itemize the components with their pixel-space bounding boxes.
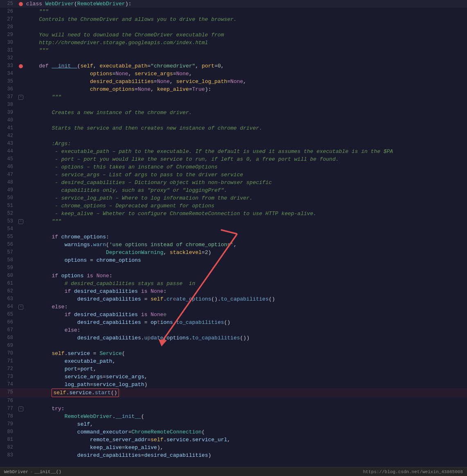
code-line-62: 62 if desired_capabilities is None:: [0, 287, 467, 295]
code-line-56: 56 warnings.warn('use options instead of…: [0, 241, 467, 249]
code-line-42: 42: [0, 132, 467, 140]
status-bar: WebDriver › __init__() https://blog.csdn…: [0, 467, 467, 476]
code-line-43: 43 :Args:: [0, 140, 467, 148]
code-line-51: 51 - chrome_options – Deprecated argumen…: [0, 202, 467, 210]
code-line-71: 71 executable_path,: [0, 357, 467, 365]
code-line-30: 30 http://chromedriver.storage.googleapi…: [0, 39, 467, 47]
status-bar-left: WebDriver › __init__(): [4, 469, 61, 474]
code-line-65: 65 if desired_capabilities is Nonee: [0, 311, 467, 319]
fold-icon-77[interactable]: -: [18, 406, 23, 411]
fold-icon-37[interactable]: -: [18, 95, 23, 100]
code-line-32: 32: [0, 54, 467, 62]
code-line-64: 64 - else:: [0, 303, 467, 311]
code-line-26: 26 """: [0, 8, 467, 16]
code-line-54: 54: [0, 225, 467, 233]
code-line-83: 83 desired_capabilities=desired_capabili…: [0, 451, 467, 459]
boxed-code-75: self.service.start(): [52, 388, 119, 397]
code-line-50: 50 - service_log_path – Where to log inf…: [0, 194, 467, 202]
code-line-72: 72 port=port,: [0, 365, 467, 373]
breadcrumb: WebDriver › __init__(): [4, 469, 61, 474]
code-line-59: 59: [0, 264, 467, 272]
code-line-67: 67 else:: [0, 326, 467, 334]
code-line-35: 35 desired_capabilities=None, service_lo…: [0, 78, 467, 85]
code-line-33: 33 def __init__(self, executable_path="c…: [0, 62, 467, 70]
code-line-69: 69: [0, 342, 467, 350]
code-line-25: 25 class WebDriver(RemoteWebDriver):: [0, 0, 467, 8]
breadcrumb-class: WebDriver: [4, 469, 28, 474]
code-line-52: 52 - keep_alive – Whether to configure C…: [0, 210, 467, 218]
code-line-48: 48 - desired_capabilities – Dictionary o…: [0, 179, 467, 186]
code-line-74: 74 log_path=service_log_path): [0, 381, 467, 388]
code-line-40: 40: [0, 117, 467, 124]
code-line-53: 53 - """: [0, 218, 467, 225]
breadcrumb-separator: ›: [30, 469, 33, 474]
code-line-29: 29 You will need to download the ChromeD…: [0, 31, 467, 39]
code-line-46: 46 - options – this takes an instance of…: [0, 163, 467, 171]
code-line-27: 27 Controls the ChromeDriver and allows …: [0, 16, 467, 23]
code-line-38: 38: [0, 101, 467, 109]
code-line-70: 70 self.service = Service(: [0, 350, 467, 357]
code-line-34: 34 options=None, service_args=None,: [0, 70, 467, 78]
code-line-28: 28: [0, 23, 467, 31]
code-line-58: 58 options = chrome_options: [0, 256, 467, 264]
code-line-76: 76: [0, 397, 467, 405]
status-bar-url: https://blog.csdn.net/weixin_43865008: [363, 469, 463, 474]
code-line-60: 60 if options is None:: [0, 272, 467, 280]
code-editor: 25 class WebDriver(RemoteWebDriver): 26 …: [0, 0, 467, 476]
code-line-63: 63 desired_capabilities = self.create_op…: [0, 295, 467, 303]
code-line-80: 80 command_executor=ChromeRemoteConnecti…: [0, 428, 467, 436]
code-line-45: 45 - port – port you would like the serv…: [0, 155, 467, 163]
code-line-81: 81 remote_server_addr=self.service.servi…: [0, 436, 467, 444]
code-line-55: 55 if chrome_options:: [0, 233, 467, 241]
code-line-82: 82 keep_alive=keep_alive),: [0, 444, 467, 451]
code-line-61: 61 # desired_capabilities stays as passe…: [0, 280, 467, 287]
code-line-77: 77 - try:: [0, 405, 467, 413]
code-line-36: 36 chrome_options=None, keep_alive=True)…: [0, 85, 467, 93]
code-line-44: 44 - executable_path – path to the execu…: [0, 148, 467, 155]
code-line-78: 78 RemoteWebDriver.__init__(: [0, 413, 467, 420]
breakpoint-33[interactable]: [19, 64, 23, 68]
code-line-75: 75 self.service.start(): [0, 388, 467, 397]
code-line-39: 39 Creates a new instance of the chrome …: [0, 109, 467, 117]
code-line-41: 41 Starts the service and then creates n…: [0, 124, 467, 132]
code-line-49: 49 capabilities only, such as "proxy" or…: [0, 186, 467, 194]
code-line-73: 73 service_args=service_args,: [0, 373, 467, 381]
code-line-66: 66 desired_capabilities = options.to_cap…: [0, 319, 467, 326]
breadcrumb-method: __init__(): [34, 469, 61, 474]
code-lines: 25 class WebDriver(RemoteWebDriver): 26 …: [0, 0, 467, 459]
fold-icon-53[interactable]: -: [18, 219, 23, 224]
code-line-31: 31 """: [0, 47, 467, 54]
code-line-79: 79 self,: [0, 420, 467, 428]
code-line-47: 47 - service_args – List of args to pass…: [0, 171, 467, 179]
code-line-68: 68 desired_capabilities.update(options.t…: [0, 334, 467, 342]
code-line-37: 37 - """: [0, 93, 467, 101]
code-line-57: 57 DeprecationWarning, stacklevel=2): [0, 249, 467, 256]
breakpoint-25[interactable]: [19, 2, 23, 6]
fold-icon-64[interactable]: -: [18, 305, 23, 310]
